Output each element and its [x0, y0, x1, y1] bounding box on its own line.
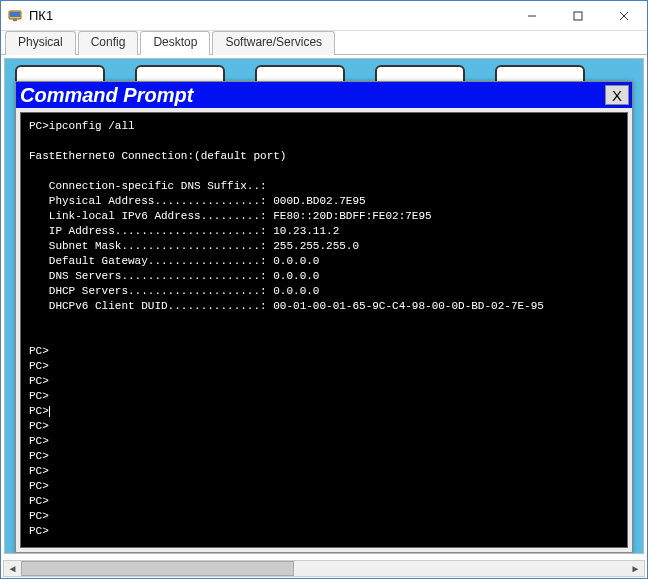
window-title: ПК1 — [29, 8, 509, 23]
scroll-left-arrow-icon[interactable]: ◄ — [4, 561, 21, 576]
terminal-prompt: PC> — [29, 345, 49, 357]
scroll-right-arrow-icon[interactable]: ► — [627, 561, 644, 576]
terminal-prompt: PC> — [29, 375, 49, 387]
tab-config[interactable]: Config — [78, 31, 139, 55]
window-titlebar: ПК1 — [1, 1, 647, 31]
terminal-prompt: PC> — [29, 465, 49, 477]
terminal-line: IP Address......................: 10.23.… — [29, 225, 339, 237]
horizontal-scrollbar[interactable]: ◄ ► — [3, 560, 645, 577]
terminal-prompt: PC> — [29, 360, 49, 372]
scroll-track[interactable] — [21, 561, 627, 576]
terminal-line: DNS Servers.....................: 0.0.0.… — [29, 270, 319, 282]
minimize-button[interactable] — [509, 1, 555, 30]
tab-desktop[interactable]: Desktop — [140, 31, 210, 55]
terminal-prompt: PC> — [29, 420, 49, 432]
terminal-line: Link-local IPv6 Address.........: FE80::… — [29, 210, 432, 222]
svg-rect-4 — [574, 12, 582, 20]
terminal-prompt: PC> — [29, 435, 49, 447]
command-prompt-window: Command Prompt X PC>ipconfig /all FastEt… — [15, 81, 633, 553]
maximize-button[interactable] — [555, 1, 601, 30]
terminal-line: DHCPv6 Client DUID..............: 00-01-… — [29, 300, 544, 312]
terminal-prompt: PC> — [29, 405, 49, 417]
svg-rect-2 — [13, 19, 17, 21]
terminal-prompt: PC> — [29, 510, 49, 522]
tab-software[interactable]: Software/Services — [212, 31, 335, 55]
command-prompt-close-button[interactable]: X — [605, 85, 629, 105]
scroll-thumb[interactable] — [21, 561, 294, 576]
terminal-line: Subnet Mask.....................: 255.25… — [29, 240, 359, 252]
terminal-prompt: PC> — [29, 525, 49, 537]
window-controls — [509, 1, 647, 30]
terminal-line: Physical Address................: 000D.B… — [29, 195, 366, 207]
desktop-area: Command Prompt X PC>ipconfig /all FastEt… — [4, 58, 644, 554]
svg-rect-1 — [10, 12, 20, 17]
terminal-prompt: PC> — [29, 450, 49, 462]
terminal-line: DHCP Servers....................: 0.0.0.… — [29, 285, 319, 297]
terminal-line: Default Gateway.................: 0.0.0.… — [29, 255, 319, 267]
tab-bar: Physical Config Desktop Software/Service… — [1, 31, 647, 55]
terminal-prompt: PC> — [29, 495, 49, 507]
terminal-prompt: PC> — [29, 480, 49, 492]
command-prompt-title: Command Prompt — [20, 84, 605, 107]
terminal-cursor — [49, 406, 50, 417]
app-icon — [7, 8, 23, 24]
close-button[interactable] — [601, 1, 647, 30]
terminal-line: PC>ipconfig /all — [29, 120, 135, 132]
terminal-line: Connection-specific DNS Suffix..: — [29, 180, 273, 192]
terminal-line: FastEthernet0 Connection:(default port) — [29, 150, 286, 162]
tab-physical[interactable]: Physical — [5, 31, 76, 55]
command-prompt-titlebar[interactable]: Command Prompt X — [16, 82, 632, 108]
terminal-prompt: PC> — [29, 390, 49, 402]
terminal-output[interactable]: PC>ipconfig /all FastEthernet0 Connectio… — [20, 112, 628, 548]
